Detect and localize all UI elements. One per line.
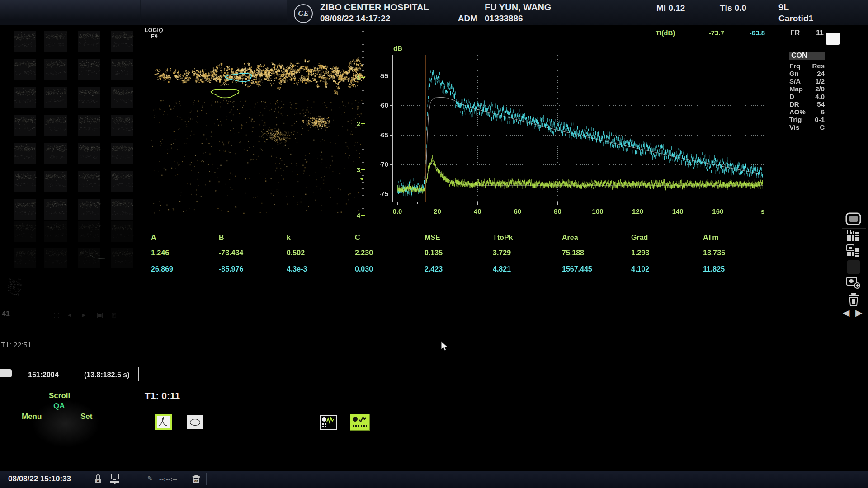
clipboard-nav-icon[interactable]: ▢ (53, 311, 60, 319)
cine-caret (138, 367, 139, 381)
mouse-cursor (440, 341, 451, 353)
lock-icon[interactable]: A (94, 474, 102, 486)
table-header-mse: MSE (425, 234, 440, 242)
table-value: 4.102 (631, 265, 649, 273)
clipboard-grid-icon[interactable]: ⊞ (111, 311, 117, 319)
table-value: 75.188 (562, 249, 584, 257)
status-bar (0, 471, 868, 488)
ellipse-tool-button[interactable] (187, 415, 203, 429)
trackball-shadow (32, 400, 99, 447)
param-value: 54 (817, 100, 825, 108)
param-value: 4.0 (815, 93, 825, 100)
param-value: 6 (821, 108, 825, 116)
image-table-icon[interactable] (846, 244, 861, 259)
clipboard-dim-icon[interactable] (847, 260, 860, 274)
depth-mark-2: 2 (352, 120, 360, 127)
table-header-a: A (151, 234, 156, 242)
probe-name[interactable]: 9L (778, 2, 789, 13)
param-value: 2/0 (815, 85, 825, 93)
table-value: -85.976 (219, 265, 243, 273)
next-image-icon[interactable]: ▶ (855, 307, 862, 318)
param-row-d: D4.0 (789, 93, 825, 100)
param-label: D (789, 93, 794, 100)
trash-icon[interactable] (848, 292, 859, 308)
param-label: Vis (789, 123, 799, 131)
tis-value: TIs 0.0 (720, 3, 746, 13)
clipboard-slot-indicator[interactable] (826, 33, 840, 45)
time-intensity-chart[interactable] (380, 42, 778, 219)
preset-name: Carotid1 (778, 14, 813, 23)
param-row-map: Map2/0 (789, 85, 825, 93)
header-separator3 (774, 0, 774, 25)
trackball-qa-label[interactable]: QA (53, 402, 65, 411)
table-header-grad: Grad (631, 234, 648, 242)
table-header-c: C (355, 234, 360, 242)
depth-mark-4: 4 (352, 211, 360, 219)
table-value: 0.502 (287, 249, 305, 257)
ultrasound-image[interactable] (141, 25, 367, 217)
display-layout-icon[interactable] (845, 212, 862, 228)
imaging-params: FrqResGn24S/A1/2Map2/0D4.0DR54AO%6Trig0-… (789, 62, 825, 131)
trace-tool-button[interactable] (155, 414, 172, 430)
clipboard-thumbnails[interactable] (0, 25, 141, 352)
ti-cyan-value: -63.8 (737, 29, 765, 37)
table-value: 2.423 (425, 265, 443, 273)
machine-model: E9 (151, 33, 158, 40)
table-value: -73.434 (219, 249, 243, 257)
param-label: AO% (789, 108, 806, 116)
table-value: 26.869 (151, 265, 173, 273)
pen-status-icon: ✎ (147, 475, 153, 482)
param-row-vis: VisC (789, 123, 825, 131)
header-left-panel (0, 0, 140, 25)
header-separator2 (652, 0, 652, 25)
table-value: 1.246 (151, 249, 169, 257)
clipboard-tool-icon[interactable]: ▣ (97, 311, 103, 319)
menu-button[interactable]: Menu (22, 412, 42, 421)
patient-name: FU YUN, WANG (485, 2, 551, 13)
plot-edge-marker (764, 57, 764, 65)
table-value: 4.821 (493, 265, 511, 273)
param-value: 0-1 (815, 116, 825, 123)
ti-label: TI(dB) (656, 29, 675, 37)
phone-icon[interactable]: GE (191, 473, 202, 487)
param-label: Map (789, 85, 803, 93)
dots-row (353, 425, 367, 427)
table-value: 4.3e-3 (287, 265, 307, 273)
patient-id: 01333886 (485, 14, 523, 23)
acquisition-timer: T1: 0:11 (145, 390, 180, 401)
network-transfer-icon[interactable] (109, 473, 121, 487)
set-button[interactable]: Set (80, 412, 92, 421)
clipboard-counter: 41 (2, 310, 10, 318)
trackball-scroll-label[interactable]: Scroll (49, 391, 70, 400)
add-image-icon[interactable] (846, 277, 861, 291)
param-value: C (820, 123, 825, 131)
table-header-atm: ATm (703, 234, 718, 242)
report-table-icon[interactable] (846, 230, 861, 244)
status-divider (135, 474, 135, 485)
dot (325, 426, 326, 427)
param-label: Gn (789, 70, 799, 77)
header-separator (481, 0, 481, 25)
mode-label: CON (791, 52, 807, 60)
table-value: 1567.445 (562, 265, 592, 273)
param-label: Frq (789, 62, 800, 70)
header-bar: GE ZIBO CENTER HOSPITAL 08/08/22 14:17:2… (0, 0, 868, 25)
prev-page-icon[interactable]: ◂ (68, 311, 71, 319)
table-header-k: k (287, 234, 291, 242)
param-label: DR (789, 100, 799, 108)
curve-tool-button[interactable] (320, 415, 337, 430)
cine-time-range: (13.8:182.5 s) (84, 371, 130, 379)
table-header-area: Area (562, 234, 578, 242)
table-header-b: B (219, 234, 224, 242)
next-page-icon[interactable]: ▸ (82, 311, 86, 319)
table-value: 3.729 (493, 249, 511, 257)
mi-value: MI 0.12 (656, 3, 685, 13)
ti-green-value: -73.7 (696, 29, 724, 37)
table-value: 2.230 (355, 249, 373, 257)
prev-image-icon[interactable]: ◀ (843, 307, 849, 318)
exam-datetime: 08/08/22 14:17:22 (320, 14, 390, 23)
header-left-panel2 (141, 0, 287, 25)
curve-analysis-active-button[interactable] (350, 414, 370, 431)
fr-label: FR (790, 29, 800, 37)
dot (325, 423, 326, 425)
